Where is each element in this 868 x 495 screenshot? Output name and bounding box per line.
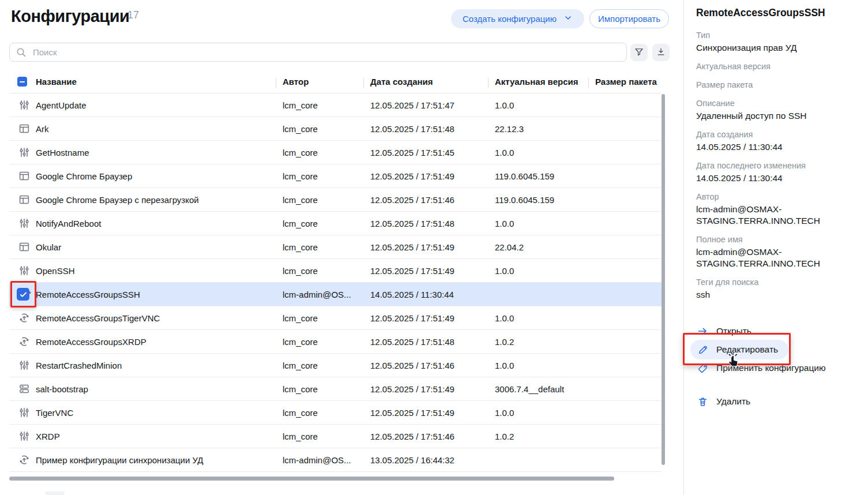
table-row[interactable]: RestartCrashedMinion lcm_core 12.05.2025… xyxy=(9,354,662,377)
table-row[interactable]: RemoteAccessGroupsTigerVNC lcm_core 12.0… xyxy=(9,306,662,330)
table-row[interactable]: XRDP lcm_core 12.05.2025 / 17:51:46 1.0.… xyxy=(9,425,662,448)
app-window-icon xyxy=(18,123,30,134)
author-cell: lcm_core xyxy=(283,100,370,110)
detail-field: Дата последнего изменения 14.05.2025 / 1… xyxy=(696,160,860,184)
detail-field-label: Автор xyxy=(696,191,860,202)
created-date-cell: 12.05.2025 / 17:51:46 xyxy=(370,195,495,205)
column-header-version[interactable]: Актуальная версия xyxy=(495,77,595,87)
table-row[interactable]: Пример конфигурации синхронизации УД lcm… xyxy=(9,448,662,472)
author-cell: lcm_core xyxy=(283,242,370,252)
detail-field: Теги для поиска ssh xyxy=(696,276,860,301)
open-action[interactable]: Открыть xyxy=(697,322,858,340)
config-name-cell: GetHostname xyxy=(36,148,283,158)
detail-field-label: Полное имя xyxy=(696,234,860,245)
table-row[interactable]: salt-bootstrap lcm_core 12.05.2025 / 17:… xyxy=(9,377,662,401)
detail-field: Описание Удаленный доступ по SSH xyxy=(696,97,860,122)
table-row[interactable]: RemoteAccessGroupsSSH lcm-admin@OS... 14… xyxy=(9,283,662,306)
sliders-icon xyxy=(18,359,30,371)
version-cell: 1.0.0 xyxy=(495,361,595,370)
table-row[interactable]: Okular lcm_core 12.05.2025 / 17:51:49 22… xyxy=(9,235,662,259)
sliders-icon xyxy=(18,217,30,229)
row-checkbox[interactable] xyxy=(17,288,29,301)
version-cell: 1.0.0 xyxy=(495,408,595,418)
created-date-cell: 12.05.2025 / 17:51:48 xyxy=(370,219,495,228)
sliders-icon xyxy=(18,407,30,418)
created-date-cell: 12.05.2025 / 17:51:46 xyxy=(370,432,495,441)
delete-action-label: Удалить xyxy=(716,396,750,407)
apply-config-action-label: Применить конфигурацию xyxy=(716,363,826,373)
table-row[interactable]: TigerVNC lcm_core 12.05.2025 / 17:51:49 … xyxy=(9,401,662,425)
vertical-scrollbar[interactable] xyxy=(662,94,665,465)
version-cell: 1.0.2 xyxy=(495,337,595,347)
author-cell: lcm_core xyxy=(283,313,370,323)
funnel-icon xyxy=(634,47,644,59)
author-cell: lcm_core xyxy=(283,195,370,205)
detail-field-label: Теги для поиска xyxy=(696,276,860,288)
column-header-name[interactable]: Название xyxy=(36,77,283,87)
delete-action[interactable]: Удалить xyxy=(697,392,858,411)
version-cell: 1.0.0 xyxy=(495,100,595,110)
table-row[interactable]: Ark lcm_core 12.05.2025 / 17:51:48 22.12… xyxy=(9,117,662,141)
detail-field-value: 14.05.2025 / 11:30:44 xyxy=(696,172,858,184)
version-cell: 1.0.0 xyxy=(495,266,595,276)
config-name-cell: RemoteAccessGroupsSSH xyxy=(36,290,283,299)
author-cell: lcm_core xyxy=(283,124,370,134)
detail-field: Дата создания 14.05.2025 / 11:30:44 xyxy=(696,129,860,153)
export-button[interactable] xyxy=(652,44,670,61)
detail-field-value: lcm-admin@OSMAX-STAGING.TERRA.INNO.TECH xyxy=(696,204,858,227)
author-cell: lcm_core xyxy=(283,408,370,418)
horizontal-scrollbar[interactable] xyxy=(9,477,614,481)
detail-field-label: Дата создания xyxy=(696,129,860,140)
search-icon xyxy=(16,47,27,60)
create-config-button[interactable]: Создать конфигурацию xyxy=(451,9,584,28)
sliders-icon xyxy=(18,265,30,276)
config-name-cell: XRDP xyxy=(36,432,283,441)
created-date-cell: 12.05.2025 / 17:51:48 xyxy=(370,337,495,347)
config-name-cell: NotifyAndReboot xyxy=(36,219,283,228)
version-cell: 1.0.0 xyxy=(495,313,595,323)
detail-field-label: Дата последнего изменения xyxy=(696,160,860,171)
detail-field-label: Описание xyxy=(696,97,860,109)
detail-field: Размер пакета xyxy=(696,79,860,91)
created-date-cell: 12.05.2025 / 17:51:49 xyxy=(370,384,495,394)
select-all-checkbox[interactable] xyxy=(17,77,27,87)
version-cell: 1.0.0 xyxy=(495,219,595,228)
config-table: Название Автор Дата создания Актуальная … xyxy=(9,70,662,472)
table-row[interactable]: Google Chrome Браузер lcm_core 12.05.202… xyxy=(9,164,662,188)
author-cell: lcm_core xyxy=(283,266,370,276)
table-row[interactable]: RemoteAccessGroupsXRDP lcm_core 12.05.20… xyxy=(9,330,662,354)
sync-icon xyxy=(18,312,30,324)
edit-action[interactable]: Редактировать xyxy=(697,340,858,359)
detail-field-label: Размер пакета xyxy=(696,79,860,91)
column-header-created[interactable]: Дата создания xyxy=(370,77,495,87)
open-action-label: Открыть xyxy=(716,326,751,336)
search-input[interactable] xyxy=(9,43,627,62)
detail-field: Актуальная версия xyxy=(696,61,860,72)
created-date-cell: 12.05.2025 / 17:51:49 xyxy=(370,242,495,252)
config-name-cell: Ark xyxy=(36,124,283,134)
filter-button[interactable] xyxy=(630,44,648,61)
column-header-author[interactable]: Автор xyxy=(283,77,370,87)
download-icon xyxy=(656,47,666,59)
created-date-cell: 12.05.2025 / 17:51:47 xyxy=(370,100,495,110)
config-name-cell: Пример конфигурации синхронизации УД xyxy=(36,455,283,465)
config-name-cell: TigerVNC xyxy=(36,408,283,418)
table-row[interactable]: OpenSSH lcm_core 12.05.2025 / 17:51:49 1… xyxy=(9,259,662,283)
table-row[interactable]: AgentUpdate lcm_core 12.05.2025 / 17:51:… xyxy=(9,93,662,117)
author-cell: lcm_core xyxy=(283,361,370,370)
table-row[interactable]: Google Chrome Браузер с перезагрузкой lc… xyxy=(9,188,662,212)
created-date-cell: 13.05.2025 / 16:44:32 xyxy=(370,455,495,465)
version-cell: 22.12.3 xyxy=(495,124,595,134)
trash-icon xyxy=(697,396,708,407)
sliders-icon xyxy=(18,147,30,158)
column-header-size[interactable]: Размер пакета xyxy=(595,77,662,87)
config-name-cell: OpenSSH xyxy=(36,266,283,276)
apply-config-action[interactable]: Применить конфигурацию xyxy=(697,359,858,377)
table-row[interactable]: NotifyAndReboot lcm_core 12.05.2025 / 17… xyxy=(9,212,662,235)
import-button[interactable]: Импортировать xyxy=(589,9,669,28)
author-cell: lcm_core xyxy=(283,337,370,347)
pagination-fragment xyxy=(45,492,65,495)
version-cell: 1.0.2 xyxy=(495,432,595,441)
detail-field: Автор lcm-admin@OSMAX-STAGING.TERRA.INNO… xyxy=(696,191,860,227)
table-row[interactable]: GetHostname lcm_core 12.05.2025 / 17:51:… xyxy=(9,141,662,164)
